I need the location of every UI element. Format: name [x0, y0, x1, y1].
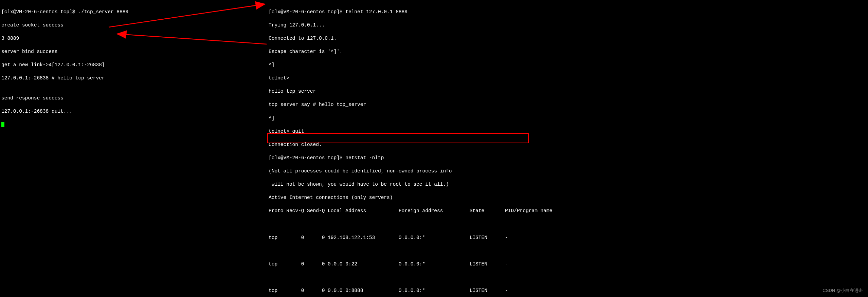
right-output-line: ^]: [269, 62, 867, 69]
netstat-header: Proto Recv-Q Send-Q Local Address Foreig…: [269, 208, 867, 215]
left-output-line: server bind success: [1, 49, 266, 55]
left-prompt: [clx@VM-20-6-centos tcp]$: [1, 9, 75, 15]
netstat-row: tcp 0 0 0.0.0.0:8888 0.0.0.0:* LISTEN -: [269, 287, 867, 294]
right-output-line: tcp server say # hello tcp_server: [269, 101, 867, 108]
netstat-info-line: Active Internet connections (only server…: [269, 194, 867, 201]
left-output-line: send response success: [1, 95, 266, 102]
right-command-2: netstat -nltp: [343, 155, 384, 161]
netstat-row: tcp 0 0 0.0.0.0:22 0.0.0.0:* LISTEN -: [269, 261, 867, 268]
left-output-line: create socket success: [1, 22, 266, 29]
cursor-icon: [1, 122, 4, 127]
right-output-line: Connected to 127.0.0.1.: [269, 35, 867, 42]
netstat-info-line: will not be shown, you would have to be …: [269, 181, 867, 188]
right-prompt-1: [clx@VM-20-6-centos tcp]$: [269, 9, 343, 15]
left-output-line: get a new link->4[127.0.0.1:-26838]: [1, 62, 266, 69]
terminal-container: [clx@VM-20-6-centos tcp]$ ./tcp_server 8…: [0, 0, 868, 297]
right-output-line: telnet> quit: [269, 128, 867, 135]
netstat-info-line: (Not all processes could be identified, …: [269, 168, 867, 175]
terminal-right-pane[interactable]: [clx@VM-20-6-centos tcp]$ telnet 127.0.0…: [267, 0, 868, 297]
left-output-line: 3 8889: [1, 35, 266, 42]
right-output-line: telnet>: [269, 75, 867, 82]
right-prompt-2: [clx@VM-20-6-centos tcp]$: [269, 155, 343, 161]
watermark-text: CSDN @小白在进击: [822, 287, 863, 294]
terminal-left-pane[interactable]: [clx@VM-20-6-centos tcp]$ ./tcp_server 8…: [0, 0, 267, 297]
right-output-line: ^]: [269, 115, 867, 122]
right-output-line: hello tcp_server: [269, 88, 867, 95]
right-output-line: Escape character is '^]'.: [269, 49, 867, 55]
netstat-row: tcp 0 0 192.168.122.1:53 0.0.0.0:* LISTE…: [269, 235, 867, 241]
left-output-line: 127.0.0.1:-26838 quit...: [1, 108, 266, 115]
left-output-line: 127.0.0.1:-26838 # hello tcp_server: [1, 75, 266, 82]
right-output-line: Trying 127.0.0.1...: [269, 22, 867, 29]
right-command-1: telnet 127.0.0.1 8889: [343, 9, 408, 15]
left-command: ./tcp_server 8889: [75, 9, 129, 15]
right-output-line: Connection closed.: [269, 142, 867, 148]
